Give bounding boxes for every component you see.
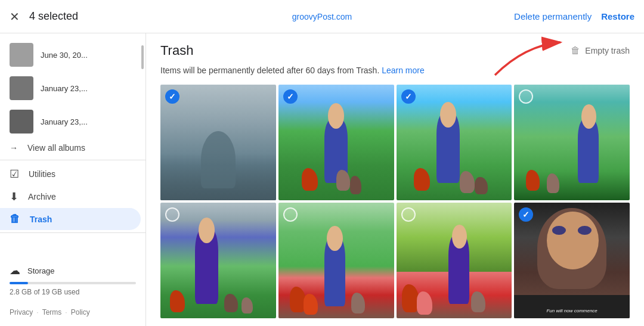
restore-button[interactable]: Restore [601, 11, 634, 21]
sidebar-divider-1 [0, 160, 145, 160]
photo-checkbox-3[interactable] [401, 89, 416, 104]
photo-item-5[interactable] [160, 203, 276, 318]
policy-link[interactable]: Policy [71, 308, 90, 316]
info-text: Items will be permanently deleted after … [160, 66, 379, 75]
photo-scene-5 [160, 203, 276, 318]
selected-count: 4 selected [29, 10, 78, 23]
photo-grid: Fun will now commence [160, 85, 630, 318]
storage-label: ☁ Storage [10, 264, 136, 277]
photo-checkbox-2[interactable] [283, 89, 298, 104]
empty-trash-button[interactable]: 🗑 Empty trash [571, 45, 630, 56]
photo-scene-4 [514, 85, 630, 200]
sidebar-item-trash-label: Trash [30, 215, 131, 224]
info-bar: Items will be permanently deleted after … [160, 66, 630, 75]
sidebar-item-album-3[interactable]: January 23,... [0, 105, 141, 138]
sidebar-footer: Privacy · Terms · Policy [0, 303, 145, 321]
photo-scene-1 [160, 85, 276, 200]
photo-checkbox-8[interactable] [519, 207, 533, 222]
page-title: Trash [160, 43, 193, 58]
sidebar-item-album-1[interactable]: June 30, 20... [0, 38, 141, 72]
photo-checkbox-6[interactable] [283, 207, 298, 222]
sidebar-item-archive[interactable]: ⬇ Archive [0, 185, 141, 208]
view-all-albums-button[interactable]: → Utilities View all albums [0, 138, 145, 157]
album-thumb-1 [10, 43, 33, 67]
trash-icon: 🗑 [10, 213, 20, 225]
photo-scene-2 [278, 85, 394, 200]
photo-scene-6 [278, 203, 394, 318]
cloud-icon: ☁ [10, 264, 20, 277]
sidebar: June 30, 20... January 23,... January 23… [0, 33, 146, 326]
photo-checkbox-7[interactable] [401, 207, 416, 222]
photo-checkbox-5[interactable] [165, 207, 179, 222]
photo-item-3[interactable] [397, 85, 512, 200]
empty-trash-icon: 🗑 [571, 45, 580, 56]
album-label-1: June 30, 20... [41, 51, 88, 60]
terms-link[interactable]: Terms [42, 308, 62, 316]
sidebar-item-utilities-label: Utilities [29, 169, 131, 179]
photo-scene-7 [397, 203, 512, 318]
storage-text: 2.8 GB of 19 GB used [10, 288, 136, 296]
photo-item-8[interactable]: Fun will now commence [514, 203, 630, 318]
sidebar-scrollbar[interactable] [141, 45, 144, 69]
top-bar: ✕ 4 selected groovyPost.com Delete perma… [0, 0, 644, 33]
view-all-albums-text: View all albums [27, 143, 85, 153]
sidebar-item-archive-label: Archive [28, 192, 131, 201]
photo-checkbox-1[interactable] [165, 89, 179, 104]
photo-item-6[interactable] [278, 203, 394, 318]
album-label-3: January 23,... [41, 117, 88, 126]
sidebar-divider-2 [0, 232, 145, 233]
empty-trash-label: Empty trash [585, 46, 630, 55]
photo-item-7[interactable] [397, 203, 512, 318]
photo-item-4[interactable] [514, 85, 630, 200]
storage-section: ☁ Storage 2.8 GB of 19 GB used [0, 257, 145, 303]
storage-bar-container [10, 282, 136, 284]
album-thumb-2 [10, 76, 33, 100]
sidebar-item-utilities[interactable]: ☑ Utilities [0, 163, 141, 185]
top-bar-actions: Delete permanently Restore [514, 11, 634, 21]
top-bar-left: ✕ 4 selected [10, 10, 78, 23]
watermark: groovyPost.com [292, 12, 352, 21]
storage-title: Storage [27, 266, 55, 275]
album-label-2: January 23,... [41, 84, 88, 93]
privacy-link[interactable]: Privacy [10, 308, 33, 316]
utilities-icon: ☑ [10, 167, 19, 181]
photo-item-2[interactable] [278, 85, 394, 200]
arrow-right-icon: → [10, 143, 18, 153]
sidebar-item-album-2[interactable]: January 23,... [0, 72, 141, 105]
storage-bar-fill [10, 282, 28, 284]
album-thumb-3 [10, 110, 33, 133]
photo-scene-3 [397, 85, 512, 200]
archive-icon: ⬇ [10, 190, 18, 203]
photo-scene-8: Fun will now commence [514, 203, 630, 318]
close-button[interactable]: ✕ [10, 11, 20, 23]
photo-item-1[interactable] [160, 85, 276, 200]
delete-permanently-button[interactable]: Delete permanently [514, 11, 592, 21]
content-header: Trash 🗑 Empty trash [160, 43, 630, 58]
main-layout: June 30, 20... January 23,... January 23… [0, 33, 644, 326]
content-area: Trash 🗑 Empty trash Items will be perman… [146, 33, 644, 326]
sidebar-item-trash[interactable]: 🗑 Trash [0, 208, 141, 230]
learn-more-link[interactable]: Learn more [382, 66, 425, 75]
